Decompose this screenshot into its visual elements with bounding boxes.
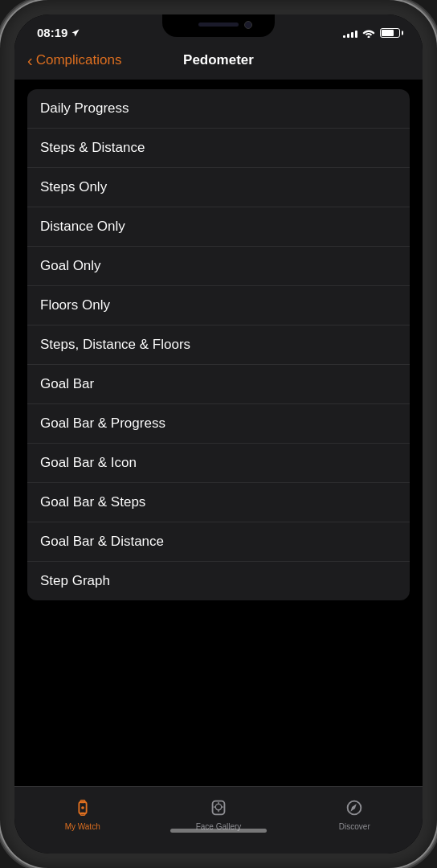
tab-bar: My Watch Face Gallery [14, 786, 423, 854]
list-item[interactable]: Goal Bar & Steps [27, 483, 410, 522]
battery-icon [380, 28, 400, 38]
back-label: Complications [36, 52, 122, 68]
list-item[interactable]: Steps & Distance [27, 129, 410, 168]
notch-speaker [198, 23, 239, 27]
status-icons [343, 28, 400, 38]
phone-frame: 08:19 [0, 0, 437, 868]
list-item[interactable]: Floors Only [27, 286, 410, 326]
tab-my-watch[interactable]: My Watch [14, 793, 150, 834]
wifi-icon [362, 28, 375, 38]
notch-camera [244, 21, 252, 29]
my-watch-icon [71, 796, 94, 819]
tab-my-watch-label: My Watch [65, 822, 100, 831]
status-time: 08:19 [37, 26, 80, 39]
battery-fill [382, 30, 394, 36]
svg-marker-11 [351, 804, 357, 811]
list-item[interactable]: Steps Only [27, 168, 410, 207]
face-gallery-icon [207, 796, 230, 819]
tab-discover-label: Discover [339, 822, 370, 831]
nav-header: ‹ Complications Pedometer [14, 46, 423, 80]
list-item[interactable]: Goal Bar & Distance [27, 522, 410, 562]
back-button[interactable]: ‹ Complications [27, 52, 121, 68]
list-item[interactable]: Distance Only [27, 207, 410, 247]
signal-bar-1 [343, 35, 345, 38]
page-title: Pedometer [183, 52, 254, 68]
tab-discover[interactable]: Discover [287, 793, 423, 834]
list-item[interactable]: Goal Bar & Progress [27, 404, 410, 444]
list-item[interactable]: Goal Only [27, 247, 410, 286]
svg-point-5 [215, 804, 221, 809]
list-item[interactable]: Step Graph [27, 562, 410, 600]
svg-point-3 [81, 806, 84, 809]
signal-bars [343, 28, 357, 38]
screen: 08:19 [14, 14, 423, 854]
menu-list: Daily Progress Steps & Distance Steps On… [27, 89, 410, 600]
list-item[interactable]: Goal Bar & Icon [27, 444, 410, 483]
list-item[interactable]: Steps, Distance & Floors [27, 326, 410, 365]
main-content: Daily Progress Steps & Distance Steps On… [14, 80, 423, 786]
signal-bar-3 [351, 32, 353, 38]
discover-icon [343, 796, 366, 819]
signal-bar-2 [347, 34, 349, 38]
list-item[interactable]: Goal Bar [27, 365, 410, 404]
back-chevron-icon: ‹ [27, 52, 33, 68]
location-arrow-icon [71, 28, 80, 38]
signal-bar-4 [355, 31, 357, 38]
list-item[interactable]: Daily Progress [27, 89, 410, 129]
notch [162, 14, 275, 37]
home-indicator [170, 829, 267, 833]
